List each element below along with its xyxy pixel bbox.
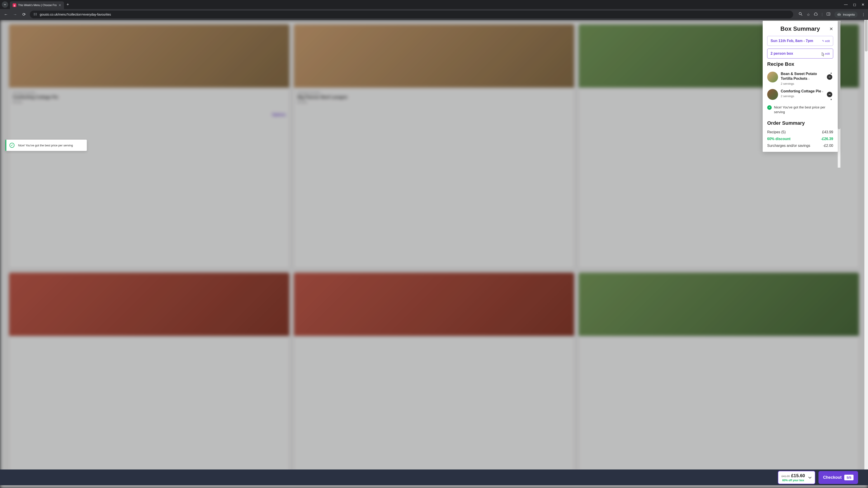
page-scrollbar[interactable] (864, 20, 868, 473)
order-label: 60% discount (767, 137, 790, 141)
edit-label: edit (825, 39, 830, 43)
delivery-slot-label: Sun 11th Feb, 8am - 7pm (771, 39, 813, 43)
box-size-label: 2 person box (771, 52, 793, 56)
order-label: Recipes (5) (767, 130, 786, 134)
incognito-icon (837, 13, 841, 16)
price-discount-label: 60% off your box (781, 479, 805, 482)
incognito-label: Incognito (843, 13, 855, 16)
tab-search-button[interactable] (2, 1, 8, 8)
svg-rect-4 (34, 15, 35, 15)
edit-delivery-button[interactable]: ✎ edit (822, 39, 830, 43)
svg-rect-5 (35, 15, 37, 15)
modal-overlay[interactable] (0, 20, 868, 488)
order-value: -£2.00 (823, 144, 833, 148)
remove-recipe-button[interactable]: − (827, 92, 832, 97)
minimize-button[interactable]: — (844, 2, 848, 7)
recipe-box-heading: Recipe Box (767, 61, 833, 67)
back-button[interactable]: ← (3, 12, 9, 17)
recipe-servings: 2 servings (781, 82, 824, 86)
checkout-label: Checkout (823, 475, 842, 480)
close-panel-button[interactable]: ✕ (829, 26, 833, 32)
svg-rect-0 (34, 13, 35, 13)
recipe-thumbnail (767, 89, 778, 100)
recipe-item: Bean & Sweet Potato Tortilla Pockets › 2… (767, 70, 832, 87)
new-price: £15.60 (791, 473, 805, 478)
search-icon[interactable] (799, 12, 803, 17)
site-settings-icon[interactable] (33, 13, 37, 17)
price-summary-box[interactable]: £41.99 £15.60 60% off your box (778, 471, 815, 484)
edit-label: edit (825, 52, 830, 55)
address-bar[interactable]: gousto.co.uk/menu?collection=everyday-fa… (30, 11, 793, 18)
order-value: £43.99 (822, 130, 833, 134)
new-tab-button[interactable]: + (67, 2, 69, 7)
pencil-icon: ✎ (822, 39, 824, 42)
check-circle-icon: ✓ (9, 143, 14, 148)
svg-rect-8 (827, 13, 830, 15)
svg-rect-2 (34, 14, 35, 14)
panel-outer-scrollbar-thumb[interactable] (838, 21, 840, 129)
window-controls: — ◻ ✕ (844, 2, 866, 7)
best-price-text: Nice! You've got the best price per serv… (774, 105, 833, 114)
checkout-count-badge: 5/5 (844, 475, 854, 480)
order-recipes-row: Recipes (5) £43.99 (767, 129, 833, 135)
browser-toolbar: ← → ⟳ gousto.co.uk/menu?collection=every… (0, 9, 868, 20)
box-size-box: 2 person box ✎ edit (767, 48, 833, 59)
page-scrollbar-thumb[interactable] (865, 20, 868, 52)
delivery-slot-box: Sun 11th Feb, 8am - 7pm ✎ edit (767, 36, 833, 46)
recipe-name-link[interactable]: Bean & Sweet Potato Tortilla Pockets › (781, 72, 824, 81)
tab-favicon: g (13, 3, 16, 7)
url-text: gousto.co.uk/menu?collection=everyday-fa… (40, 13, 111, 16)
order-label: Surcharges and/or savings (767, 144, 810, 148)
toast-notification: ✓ Nice! You've got the best price per se… (5, 140, 87, 151)
incognito-badge[interactable]: Incognito (834, 11, 858, 18)
chevron-right-icon: › (822, 90, 823, 93)
best-price-message: ✓ Nice! You've got the best price per se… (767, 102, 833, 118)
scroll-down-icon[interactable]: ▼ (830, 98, 832, 101)
order-surcharges-row: Surcharges and/or savings -£2.00 (767, 142, 833, 149)
edit-box-size-button[interactable]: ✎ edit (822, 52, 830, 55)
svg-point-6 (799, 12, 801, 15)
menu-icon[interactable]: ⋮ (862, 12, 865, 17)
chevron-down-icon[interactable] (808, 475, 812, 480)
remove-recipe-button[interactable]: − (827, 74, 832, 80)
box-summary-panel: Box Summary ✕ Sun 11th Feb, 8am - 7pm ✎ … (763, 21, 838, 152)
panel-outer-scrollbar[interactable] (838, 21, 840, 168)
svg-line-7 (801, 14, 802, 15)
chevron-down-icon (4, 3, 6, 6)
recipe-servings: 2 servings (781, 94, 824, 98)
close-window-button[interactable]: ✕ (862, 2, 864, 7)
chevron-right-icon: › (808, 77, 809, 80)
panel-title: Box Summary (780, 25, 820, 32)
recipe-item: Comforting Cottage Pie › 2 servings − (767, 87, 832, 102)
order-summary-heading: Order Summary (767, 120, 833, 126)
svg-rect-1 (35, 13, 37, 13)
pencil-icon: ✎ (822, 52, 824, 55)
forward-button[interactable]: → (12, 12, 18, 17)
side-panel-icon[interactable] (827, 12, 830, 17)
extensions-icon[interactable] (814, 12, 817, 17)
maximize-button[interactable]: ◻ (853, 2, 856, 7)
check-circle-icon: ✓ (767, 105, 772, 110)
scroll-up-icon[interactable]: ▲ (830, 72, 832, 74)
recipe-thumbnail (767, 72, 778, 83)
bookmark-icon[interactable]: ☆ (807, 12, 810, 17)
reload-button[interactable]: ⟳ (21, 12, 27, 17)
order-value: -£26.39 (821, 137, 833, 141)
browser-tab[interactable]: g This Week's Menu | Choose Fro ✕ (10, 1, 64, 9)
order-discount-row: 60% discount -£26.39 (767, 135, 833, 142)
old-price: £41.99 (781, 475, 790, 478)
tab-close-button[interactable]: ✕ (59, 3, 61, 7)
toast-text: Nice! You've got the best price per serv… (18, 144, 73, 147)
browser-tab-bar: g This Week's Menu | Choose Fro ✕ + — ◻ … (0, 0, 868, 9)
checkout-button[interactable]: Checkout 5/5 (818, 471, 858, 484)
page-content: Everyday FavouritesComforting Cottage Pi… (0, 20, 868, 488)
checkout-bar: £41.99 £15.60 60% off your box Checkout … (0, 469, 868, 485)
recipe-list: ▲ Bean & Sweet Potato Tortilla Pockets ›… (767, 70, 833, 102)
tab-title: This Week's Menu | Choose Fro (18, 4, 57, 7)
svg-rect-3 (35, 14, 37, 14)
recipe-name-link[interactable]: Comforting Cottage Pie › (781, 89, 824, 94)
